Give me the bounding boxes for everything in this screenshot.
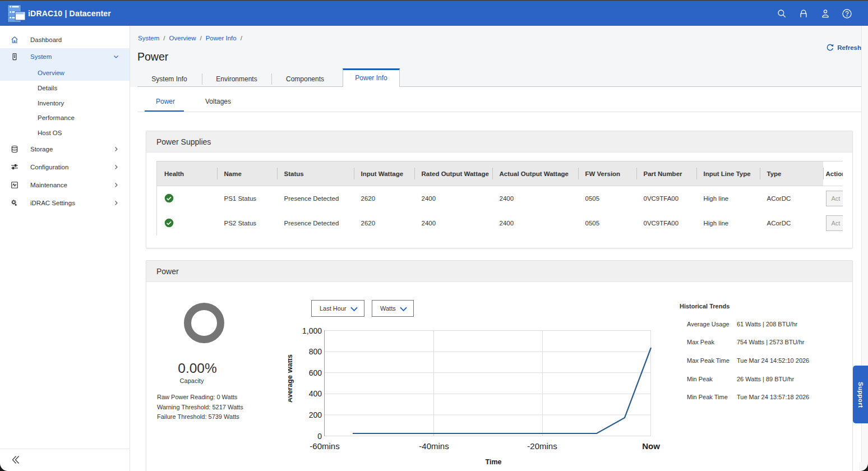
svg-text:200: 200 [309, 410, 322, 419]
svg-text:600: 600 [309, 368, 322, 377]
svg-text:Average Watts: Average Watts [288, 354, 294, 403]
svg-text:-60mins: -60mins [310, 441, 339, 451]
svg-text:-20mins: -20mins [527, 441, 557, 451]
svg-text:1,000: 1,000 [302, 326, 322, 335]
svg-text:Time: Time [486, 458, 502, 466]
svg-text:800: 800 [309, 347, 322, 356]
svg-text:Now: Now [642, 441, 660, 451]
svg-text:-40mins: -40mins [419, 441, 449, 451]
svg-text:400: 400 [309, 389, 322, 398]
svg-text:0: 0 [317, 432, 322, 441]
